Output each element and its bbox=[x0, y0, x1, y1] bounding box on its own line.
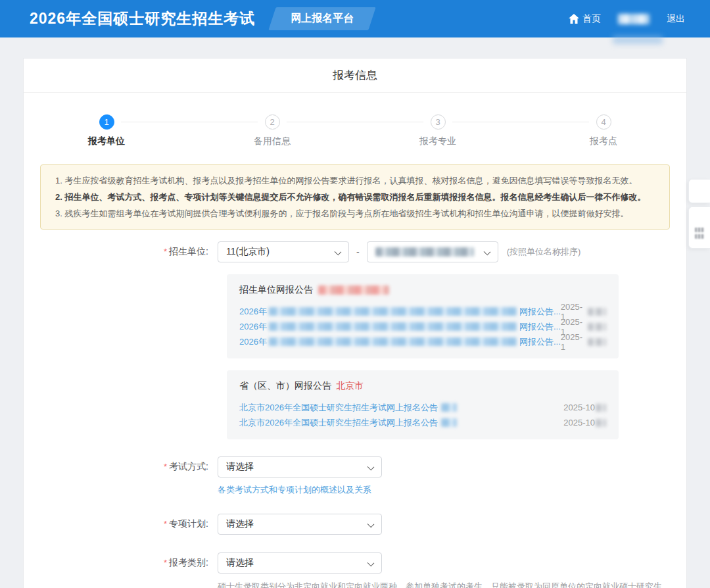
step-label-3: 报考专业 bbox=[419, 135, 456, 147]
step-label-1: 报考单位 bbox=[88, 135, 125, 147]
exam-mode-row: *考试方式: 请选择 bbox=[24, 456, 686, 478]
redacted-text bbox=[596, 404, 606, 412]
redacted-text bbox=[441, 403, 457, 412]
required-asterisk: * bbox=[164, 247, 167, 257]
step-indicator: 1 报考单位 2 备用信息 3 报考专业 4 报考点 bbox=[24, 93, 686, 147]
chevron-down-icon bbox=[335, 249, 342, 256]
step-baokaodian: 4 报考点 bbox=[521, 114, 686, 147]
exam-mode-help-link[interactable]: 各类考试方式和专项计划的概述以及关系 bbox=[218, 484, 371, 496]
header-nav: 首页 退出 bbox=[569, 13, 685, 25]
step-baokaozhuanye: 3 报考专业 bbox=[355, 114, 521, 147]
unit-sort-hint: (按照单位名称排序) bbox=[507, 246, 581, 258]
platform-badge: 网上报名平台 bbox=[272, 7, 372, 30]
notice-date: 2025-10 bbox=[563, 403, 606, 412]
blurred-artifact bbox=[613, 36, 663, 44]
notice-line-3: 3. 残疾考生如需组考单位在考试期间提供合理考试便利服务的，应于报名阶段与考点所… bbox=[55, 205, 655, 222]
redacted-text bbox=[695, 234, 704, 239]
redacted-text bbox=[588, 338, 606, 346]
floating-widget[interactable] bbox=[688, 207, 710, 249]
exam-mode-value: 请选择 bbox=[226, 461, 254, 473]
list-item: 2026年 网报公告... 2025-1 bbox=[239, 334, 606, 349]
list-item: 2026年 网报公告... 2025-1 bbox=[239, 304, 606, 319]
province-notice-link[interactable]: 北京市2026年全国硕士研究生招生考试网上报名公告 bbox=[239, 417, 457, 429]
province-notices-title: 省（区、市）网报公告 北京市 bbox=[239, 380, 606, 392]
special-plan-row: *专项计划: 请选择 bbox=[24, 514, 686, 535]
floating-widget[interactable] bbox=[688, 179, 710, 203]
app-header: 2026年全国硕士研究生招生考试 网上报名平台 首页 退出 bbox=[0, 0, 710, 37]
chevron-down-icon bbox=[367, 560, 375, 567]
notice-line-1: 1. 考生应按省级教育招生考试机构、报考点以及报考招生单位的网报公告要求进行报名… bbox=[55, 172, 655, 189]
app-title: 2026年全国硕士研究生招生考试 bbox=[30, 9, 255, 29]
province-notices-list: 北京市2026年全国硕士研究生招生考试网上报名公告 2025-10 北京市202… bbox=[239, 400, 606, 430]
home-link-label: 首页 bbox=[582, 13, 601, 25]
list-item: 北京市2026年全国硕士研究生招生考试网上报名公告 2025-10 bbox=[239, 415, 606, 430]
chevron-down-icon bbox=[367, 464, 375, 471]
step-label-4: 报考点 bbox=[590, 135, 617, 147]
page-title: 报考信息 bbox=[24, 59, 686, 93]
step-label-2: 备用信息 bbox=[254, 135, 291, 147]
step-circle-1: 1 bbox=[99, 114, 114, 130]
exam-mode-label: *考试方式: bbox=[24, 461, 218, 473]
required-asterisk: * bbox=[164, 519, 167, 529]
platform-badge-label: 网上报名平台 bbox=[291, 12, 354, 24]
unit-notices-box: 招生单位网报公告 2026年 网报公告... 2025-1 bbox=[227, 274, 619, 358]
notice-date: 2025-1 bbox=[561, 332, 606, 352]
step-circle-4: 4 bbox=[596, 114, 611, 130]
registration-form: *招生单位: 11(北京市) - (按照单位名称排序) 招生单位网报公告 20 bbox=[24, 241, 686, 588]
list-item: 北京市2026年全国硕士研究生招生考试网上报名公告 2025-10 bbox=[239, 400, 606, 415]
province-notices-box: 省（区、市）网报公告 北京市 北京市2026年全国硕士研究生招生考试网上报名公告… bbox=[227, 370, 619, 439]
special-plan-value: 请选择 bbox=[226, 518, 254, 530]
unit-province-select[interactable]: 11(北京市) bbox=[218, 241, 349, 262]
redacted-text bbox=[695, 228, 704, 232]
exam-mode-help-row: 各类考试方式和专项计划的概述以及关系 bbox=[24, 484, 686, 496]
notice-line-2: 2. 招生单位、考试方式、报考点、专项计划等关键信息提交后不允许修改，确有错误需… bbox=[55, 189, 655, 205]
home-link[interactable]: 首页 bbox=[569, 13, 601, 25]
notice-date: 2025-10 bbox=[563, 418, 606, 428]
unit-name-select[interactable] bbox=[367, 241, 498, 262]
redacted-text bbox=[441, 418, 457, 427]
redacted-text bbox=[269, 307, 517, 316]
logout-link[interactable]: 退出 bbox=[667, 13, 685, 25]
step-circle-2: 2 bbox=[265, 114, 280, 130]
unit-name-redacted bbox=[375, 247, 474, 257]
unit-notice-link[interactable]: 2026年 网报公告... bbox=[239, 321, 561, 333]
province-name: 北京市 bbox=[336, 380, 364, 392]
step-baokaodanwei: 1 报考单位 bbox=[24, 114, 189, 147]
category-row: *报考类别: 请选择 bbox=[24, 552, 686, 574]
chevron-down-icon bbox=[367, 521, 375, 528]
redacted-text bbox=[269, 322, 517, 331]
step-beiyongxinxi: 2 备用信息 bbox=[189, 114, 355, 147]
main-card: 报考信息 1 报考单位 2 备用信息 3 报考专业 4 报考点 1. 考生应按省… bbox=[23, 58, 687, 588]
redacted-text bbox=[269, 337, 517, 346]
unit-row: *招生单位: 11(北京市) - (按照单位名称排序) bbox=[24, 241, 686, 262]
unit-notices-list: 2026年 网报公告... 2025-1 2026年 网报公告... bbox=[239, 304, 606, 349]
special-plan-label: *专项计划: bbox=[24, 518, 218, 530]
notice-box: 1. 考生应按省级教育招生考试机构、报考点以及报考招生单位的网报公告要求进行报名… bbox=[40, 164, 670, 230]
unit-notices-title: 招生单位网报公告 bbox=[239, 284, 606, 296]
category-select[interactable]: 请选择 bbox=[218, 552, 382, 574]
home-icon bbox=[569, 14, 579, 24]
category-label: *报考类别: bbox=[24, 557, 218, 569]
province-notice-link[interactable]: 北京市2026年全国硕士研究生招生考试网上报名公告 bbox=[239, 402, 457, 414]
redacted-text bbox=[588, 308, 606, 316]
unit-notice-link[interactable]: 2026年 网报公告... bbox=[239, 336, 561, 348]
step-circle-3: 3 bbox=[431, 114, 446, 130]
required-asterisk: * bbox=[164, 558, 167, 568]
list-item: 2026年 网报公告... 2025-1 bbox=[239, 319, 606, 334]
unit-label: *招生单位: bbox=[24, 246, 218, 258]
redacted-text bbox=[588, 323, 606, 331]
category-hint: 硕士生录取类别分为非定向就业和定向就业两种。参加单独考试的考生，只能被录取为回原… bbox=[218, 581, 662, 588]
username-redacted[interactable] bbox=[618, 14, 650, 24]
exam-mode-select[interactable]: 请选择 bbox=[218, 456, 382, 478]
required-asterisk: * bbox=[164, 462, 167, 472]
chevron-down-icon bbox=[483, 249, 490, 256]
logout-link-label: 退出 bbox=[667, 13, 685, 25]
category-value: 请选择 bbox=[226, 557, 254, 569]
special-plan-select[interactable]: 请选择 bbox=[218, 514, 382, 535]
select-separator: - bbox=[356, 247, 360, 257]
category-hint-row: 硕士生录取类别分为非定向就业和定向就业两种。参加单独考试的考生，只能被录取为回原… bbox=[24, 574, 686, 588]
redacted-text bbox=[596, 419, 606, 427]
unit-province-value: 11(北京市) bbox=[226, 246, 270, 258]
unit-notice-link[interactable]: 2026年 网报公告... bbox=[239, 306, 561, 318]
unit-name-redacted bbox=[318, 285, 389, 295]
